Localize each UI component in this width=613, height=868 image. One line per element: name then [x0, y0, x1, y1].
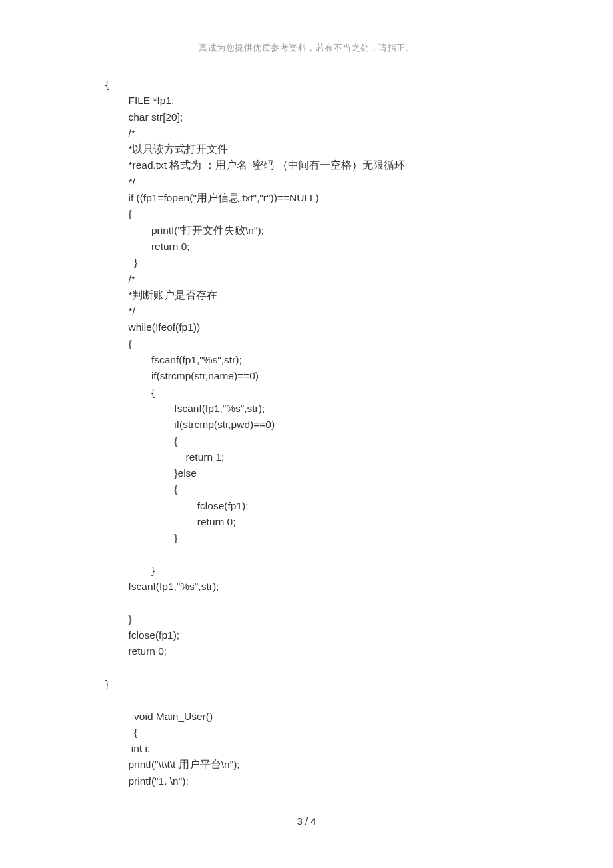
page-header: 真诚为您提供优质参考资料，若有不当之处，请指正。 — [0, 42, 613, 54]
code-content: { FILE *fp1; char str[20]; /* *以只读方式打开文件… — [105, 77, 532, 789]
document-page: 真诚为您提供优质参考资料，若有不当之处，请指正。 { FILE *fp1; ch… — [0, 0, 613, 868]
page-footer: 3 / 4 — [0, 815, 613, 827]
